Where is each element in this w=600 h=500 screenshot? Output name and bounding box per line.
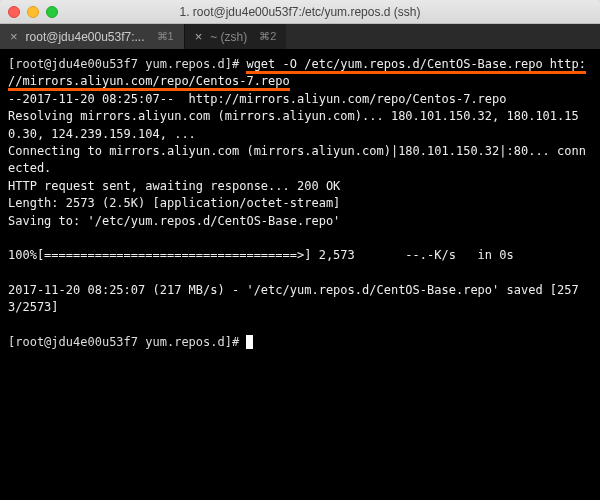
output-line: Saving to: '/etc/yum.repos.d/CentOS-Base…: [8, 214, 340, 228]
shell-prompt: [root@jdu4e00u53f7 yum.repos.d]#: [8, 57, 246, 71]
terminal-content[interactable]: [root@jdu4e00u53f7 yum.repos.d]# wget -O…: [0, 50, 600, 500]
close-icon[interactable]: ×: [195, 29, 203, 44]
tab-ssh[interactable]: × root@jdu4e00u53f7:... ⌘1: [0, 24, 184, 49]
command-highlight: wget -O /etc/yum.repos.d/CentOS-Base.rep…: [246, 57, 586, 74]
output-line: --2017-11-20 08:25:07-- http://mirrors.a…: [8, 92, 507, 106]
output-line: HTTP request sent, awaiting response... …: [8, 179, 340, 193]
maximize-icon[interactable]: [46, 6, 58, 18]
output-line: Resolving mirrors.aliyun.com (mirrors.al…: [8, 109, 579, 140]
cursor-icon: [246, 335, 253, 349]
tab-label: ~ (zsh): [210, 30, 247, 44]
close-icon[interactable]: [8, 6, 20, 18]
output-line: 2017-11-20 08:25:07 (217 MB/s) - '/etc/y…: [8, 283, 579, 314]
close-icon[interactable]: ×: [10, 29, 18, 44]
tab-label: root@jdu4e00u53f7:...: [26, 30, 145, 44]
tab-hotkey: ⌘1: [157, 30, 174, 43]
command-highlight: //mirrors.aliyun.com/repo/Centos-7.repo: [8, 74, 290, 91]
titlebar: 1. root@jdu4e00u53f7:/etc/yum.repos.d (s…: [0, 0, 600, 24]
window-controls: [8, 6, 58, 18]
tab-zsh[interactable]: × ~ (zsh) ⌘2: [185, 24, 287, 49]
output-line: Length: 2573 (2.5K) [application/octet-s…: [8, 196, 340, 210]
minimize-icon[interactable]: [27, 6, 39, 18]
output-line: Connecting to mirrors.aliyun.com (mirror…: [8, 144, 586, 175]
tab-hotkey: ⌘2: [259, 30, 276, 43]
tab-bar: × root@jdu4e00u53f7:... ⌘1 × ~ (zsh) ⌘2: [0, 24, 600, 50]
progress-line: 100%[===================================…: [8, 248, 514, 262]
window-title: 1. root@jdu4e00u53f7:/etc/yum.repos.d (s…: [0, 5, 600, 19]
shell-prompt: [root@jdu4e00u53f7 yum.repos.d]#: [8, 335, 246, 349]
terminal-window: 1. root@jdu4e00u53f7:/etc/yum.repos.d (s…: [0, 0, 600, 500]
